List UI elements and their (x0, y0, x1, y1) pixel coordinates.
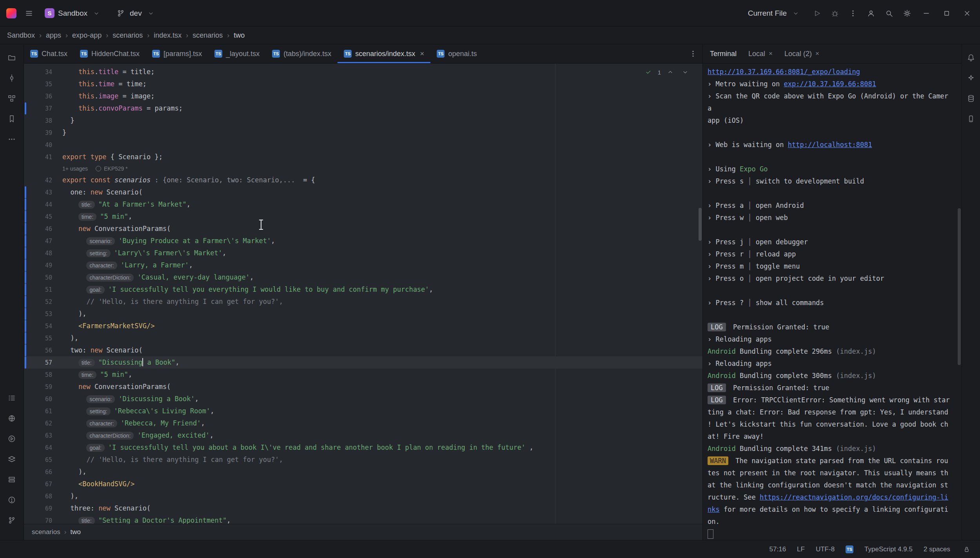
terminal-tab[interactable]: Local (2)× (784, 50, 819, 58)
terminal-link[interactable]: https://reactnavigation.org/docs/configu… (760, 493, 948, 501)
terminal-tab[interactable]: Local× (748, 50, 773, 58)
todo-icon[interactable] (5, 391, 19, 405)
breadcrumb-item[interactable]: expo-app (72, 31, 102, 40)
usages-hint[interactable]: 1+ usages (62, 163, 88, 174)
code-line[interactable]: 64 goal:'I successfully tell you about a… (24, 442, 702, 454)
code-line[interactable]: 58 time:"5 min", (24, 369, 702, 381)
code-line[interactable]: 66 ), (24, 466, 702, 478)
editor-tab[interactable]: TSHiddenChat.tsx (74, 44, 146, 63)
code-line[interactable]: 56 two: new Scenario( (24, 344, 702, 356)
breadcrumb-item[interactable]: Sandbox (7, 31, 35, 40)
tab-list-menu-icon[interactable] (688, 48, 699, 59)
notifications-icon[interactable] (964, 51, 978, 65)
user-profile-icon[interactable] (866, 8, 877, 19)
run-button[interactable] (811, 8, 822, 19)
version-control-icon[interactable] (5, 513, 19, 527)
editor-breadcrumb-item[interactable]: scenarios (32, 528, 60, 536)
debug-button[interactable] (829, 8, 840, 19)
code-line[interactable]: 65 // 'Hello, is there anything I can ge… (24, 454, 702, 466)
minimize-button[interactable] (920, 7, 933, 20)
bookmarks-icon[interactable] (5, 112, 19, 126)
services-icon[interactable] (5, 452, 19, 466)
code-line[interactable]: 52 // 'Hello, is there anything I can ge… (24, 296, 702, 308)
database-icon[interactable] (964, 91, 978, 105)
problems-icon[interactable] (5, 493, 19, 507)
code-line[interactable]: 70 title:"Setting a Doctor's Appointment… (24, 514, 702, 524)
branch-selector[interactable]: dev (112, 5, 160, 21)
close-tab-icon[interactable]: × (420, 49, 424, 58)
code-line[interactable]: 49 character:'Larry, a Farmer', (24, 259, 702, 271)
terminal-tab[interactable]: Terminal (710, 50, 737, 58)
terminal-link[interactable]: nks (708, 505, 720, 513)
editor-tab[interactable]: TS(tabs)/index.tsx (266, 44, 338, 63)
editor-breadcrumb-item[interactable]: two (70, 528, 80, 536)
terminal-scrollbar-thumb[interactable] (958, 208, 961, 365)
code-line[interactable]: 63 characterDiction:'Engaged, excited', (24, 429, 702, 442)
next-problem-icon[interactable] (680, 67, 691, 78)
breadcrumb-item[interactable]: index.tsx (154, 31, 181, 40)
search-icon[interactable] (884, 8, 895, 19)
cursor-position[interactable]: 57:16 (769, 545, 786, 553)
close-tab-icon[interactable]: × (769, 50, 773, 58)
code-line[interactable]: 53 ), (24, 308, 702, 320)
code-line[interactable]: 67 <BookHandSVG/> (24, 478, 702, 490)
editor-scrollbar-thumb[interactable] (699, 208, 702, 241)
code-line[interactable]: 47 scenario:'Buying Produce at a Farmer\… (24, 235, 702, 247)
code-line[interactable]: 51 goal:'I successfully tell you everyth… (24, 284, 702, 296)
main-menu-icon[interactable] (24, 8, 34, 19)
file-encoding[interactable]: UTF-8 (816, 545, 835, 553)
project-selector[interactable]: S Sandbox (42, 5, 105, 21)
code-line[interactable]: 45 time:"5 min", (24, 211, 702, 223)
structure-icon[interactable] (5, 91, 19, 105)
terminal-link[interactable]: exp://10.37.169.66:8081 (784, 80, 876, 88)
more-tool-windows-icon[interactable] (5, 132, 19, 146)
code-line[interactable]: 62 character:'Rebecca, My Friend', (24, 417, 702, 429)
build-icon[interactable] (5, 473, 19, 487)
commit-icon[interactable] (5, 71, 19, 85)
breadcrumb-item[interactable]: two (234, 31, 245, 40)
device-manager-icon[interactable] (964, 112, 978, 126)
run-tool-window-icon[interactable] (5, 432, 19, 446)
code-line[interactable]: 34 this.title = title; (24, 66, 702, 78)
code-line[interactable]: 57 title:"Discussing a Book", (24, 356, 702, 369)
code-line[interactable]: 50 characterDiction:'Casual, every-day l… (24, 271, 702, 284)
code-editor[interactable]: 34 this.title = title;35 this.time = tim… (24, 64, 702, 524)
maximize-button[interactable] (940, 7, 953, 20)
code-line[interactable]: 48 setting:'Larry\'s Farmer\'s Market', (24, 247, 702, 259)
code-line[interactable]: 60 scenario:'Discussing a Book', (24, 393, 702, 405)
code-line[interactable]: 68 ), (24, 490, 702, 502)
editor-scrollbar[interactable] (698, 64, 702, 524)
editor-tab[interactable]: TS_layout.tsx (208, 44, 266, 63)
editor-tab[interactable]: TSscenarios/index.tsx× (338, 44, 430, 63)
terminal-prompt-cursor[interactable] (708, 529, 713, 539)
code-line[interactable]: 35 this.time = time; (24, 78, 702, 90)
terminal-output[interactable]: http://10.37.169.66:8081/_expo/loading› … (703, 64, 962, 540)
close-button[interactable] (960, 7, 974, 20)
typescript-version[interactable]: TypeScript 4.9.5 (864, 545, 913, 553)
code-line[interactable]: 42export const scenarios : {one: Scenari… (24, 174, 702, 186)
code-line[interactable]: 38 } (24, 115, 702, 127)
code-line[interactable]: 40 (24, 139, 702, 151)
code-line[interactable]: 59 new ConversationParams( (24, 381, 702, 393)
code-line[interactable]: 39} (24, 127, 702, 139)
code-line[interactable]: 61 setting:'Rebecca\'s Living Room', (24, 405, 702, 417)
breadcrumb-item[interactable]: apps (46, 31, 61, 40)
editor-tab[interactable]: TSChat.tsx (24, 44, 74, 63)
code-line[interactable]: 46 new ConversationParams( (24, 223, 702, 235)
code-line[interactable]: 44 title:"At a Farmer's Market", (24, 198, 702, 211)
breadcrumb-item[interactable]: scenarios (192, 31, 223, 40)
settings-gear-icon[interactable] (902, 8, 913, 19)
code-line[interactable]: 41export type { Scenario }; (24, 151, 702, 163)
line-separator[interactable]: LF (797, 545, 805, 553)
more-actions-icon[interactable] (848, 8, 858, 19)
code-line[interactable]: 36 this.image = image; (24, 90, 702, 102)
inspections-widget[interactable]: 1 (643, 67, 691, 78)
code-line[interactable]: 69 three: new Scenario( (24, 502, 702, 514)
run-config-selector[interactable]: Current File (745, 5, 804, 21)
code-line[interactable]: 54 <FarmersMarketSVG/> (24, 320, 702, 332)
project-folder-icon[interactable] (5, 51, 19, 65)
editor-tab[interactable]: TS[params].tsx (146, 44, 208, 63)
indent-size[interactable]: 2 spaces (924, 545, 950, 553)
code-line[interactable]: 43 one: new Scenario( (24, 186, 702, 198)
code-line[interactable]: 55 ), (24, 332, 702, 344)
